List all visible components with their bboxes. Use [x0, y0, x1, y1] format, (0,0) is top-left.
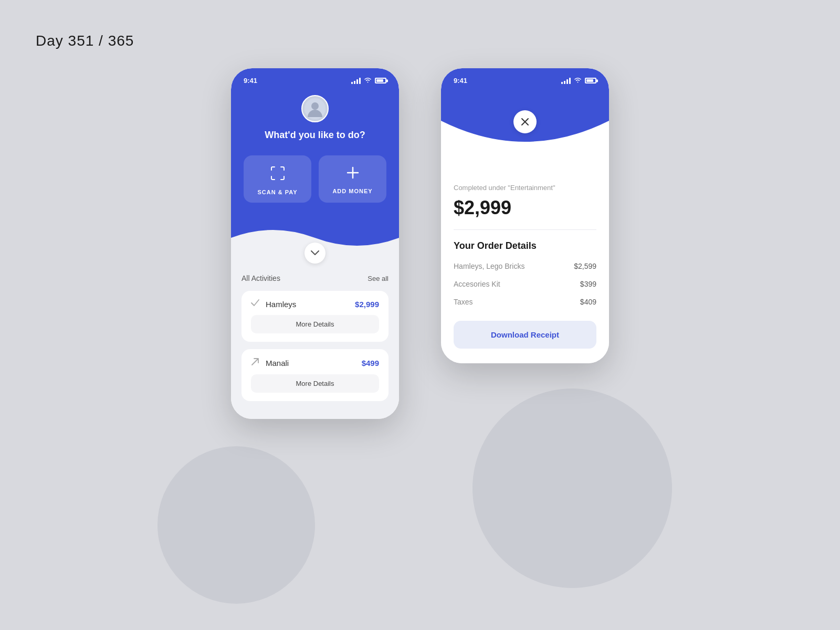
order-item-taxes: Taxes $409 [454, 298, 596, 306]
see-all-link[interactable]: See all [368, 275, 388, 282]
order-item-lego: Hamleys, Lego Bricks $2,599 [454, 262, 596, 270]
signal-icon [351, 78, 361, 84]
activity-amount-manali: $499 [362, 359, 379, 368]
activity-left: Hamleys [251, 299, 296, 309]
avatar [301, 95, 329, 122]
more-details-button-manali[interactable]: More Details [251, 374, 379, 393]
order-item-accessories: Accesories Kit $399 [454, 280, 596, 288]
svg-point-1 [311, 102, 319, 110]
arrow-up-icon [251, 358, 259, 368]
activity-card-manali: Manali $499 More Details [242, 349, 388, 401]
activity-name-hamleys: Hamleys [266, 300, 296, 309]
download-receipt-button[interactable]: Download Receipt [454, 321, 596, 349]
phone2-status-icons [561, 77, 596, 85]
order-details-title: Your Order Details [454, 240, 596, 251]
activity-left-2: Manali [251, 358, 289, 368]
phone2-status-bar: 9:41 [454, 77, 596, 85]
chevron-down-button[interactable] [304, 243, 326, 264]
activity-row-hamleys: Hamleys $2,999 [251, 299, 379, 309]
completed-label: Completed under "Entertainment" [454, 184, 596, 192]
scan-pay-button[interactable]: SCAN & PAY [244, 155, 311, 203]
phone1-status-icons [351, 77, 386, 85]
activity-amount-hamleys: $2,999 [355, 300, 379, 309]
wifi-icon-2 [574, 77, 582, 85]
order-item-price-lego: $2,599 [574, 262, 596, 270]
phones-wrapper: 9:41 [0, 68, 840, 419]
activity-name-manali: Manali [266, 359, 289, 368]
order-item-price-taxes: $409 [580, 298, 596, 306]
battery-icon-2 [585, 78, 596, 83]
add-money-button[interactable]: ADD MONEY [319, 155, 386, 203]
phone1-greeting: What'd you like to do? [244, 130, 386, 141]
activities-header: All Activities See all [242, 274, 388, 282]
order-item-name-taxes: Taxes [454, 298, 473, 306]
scan-icon [270, 166, 285, 183]
activity-card-hamleys: Hamleys $2,999 More Details [242, 291, 388, 342]
plus-icon [346, 166, 360, 182]
order-item-price-accessories: $399 [580, 280, 596, 288]
activities-title: All Activities [242, 274, 280, 282]
page-day-label: Day 351 / 365 [36, 33, 134, 49]
add-money-label: ADD MONEY [332, 188, 372, 194]
phone2-body: Completed under "Entertainment" $2,999 Y… [441, 152, 609, 363]
order-item-name-lego: Hamleys, Lego Bricks [454, 262, 524, 270]
bg-circle-left [158, 446, 315, 604]
battery-icon [375, 78, 386, 83]
divider [454, 229, 596, 230]
phone1-status-bar: 9:41 [244, 77, 386, 85]
phone1-time: 9:41 [244, 77, 257, 85]
scan-pay-label: SCAN & PAY [257, 189, 297, 195]
phone-1: 9:41 [231, 68, 399, 419]
amount-display: $2,999 [454, 197, 596, 219]
signal-icon-2 [561, 78, 571, 84]
more-details-button-hamleys[interactable]: More Details [251, 315, 379, 333]
wifi-icon [364, 77, 372, 85]
avatar-container [244, 95, 386, 122]
order-item-name-accessories: Accesories Kit [454, 280, 500, 288]
action-buttons: SCAN & PAY ADD MONEY [244, 155, 386, 203]
phone1-header: 9:41 [231, 68, 399, 253]
activity-row-manali: Manali $499 [251, 358, 379, 368]
phone1-body: All Activities See all Hamleys $2,999 [231, 253, 399, 419]
close-button[interactable] [513, 110, 537, 133]
checkmark-icon [251, 299, 259, 309]
phone-2: 9:41 [441, 68, 609, 363]
phone2-time: 9:41 [454, 77, 467, 85]
